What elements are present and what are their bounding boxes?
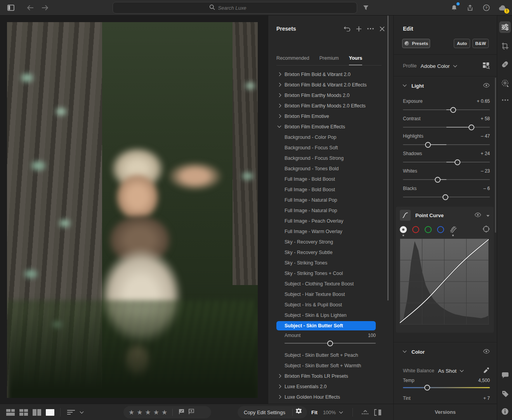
preset-group[interactable]: Brixton Film Earthy Moods 2.0 Effects: [268, 100, 389, 111]
star-2[interactable]: ★: [135, 409, 144, 416]
info-button[interactable]: [499, 406, 511, 417]
chevron-right-icon[interactable]: [278, 395, 281, 399]
preset-group[interactable]: Brixton Film Bold & Vibrant 2.0 Effects: [268, 80, 389, 90]
search-field[interactable]: [218, 5, 261, 11]
edit-tool-button[interactable]: [499, 21, 511, 33]
preset-item[interactable]: Subject - Iris & Pupil Boost: [268, 299, 389, 310]
undo-icon[interactable]: [343, 24, 351, 33]
light-section-header[interactable]: Light: [403, 82, 490, 89]
temp-track[interactable]: [403, 387, 490, 388]
profile-caret-icon[interactable]: [453, 64, 457, 68]
square-grid-view-button[interactable]: [19, 409, 28, 416]
preset-item[interactable]: Full Image - Peach Overlay: [268, 216, 389, 226]
channel-all-button[interactable]: [400, 226, 407, 233]
curve-visibility-icon[interactable]: [474, 212, 481, 219]
preset-item[interactable]: Background - Color Pop: [268, 132, 389, 142]
sort-caret-icon[interactable]: [80, 410, 84, 414]
add-preset-icon[interactable]: [354, 24, 363, 33]
bw-button[interactable]: B&W: [472, 39, 489, 48]
zoom-value[interactable]: 100%: [323, 410, 336, 415]
eyedropper-icon[interactable]: [483, 367, 490, 375]
chevron-right-icon[interactable]: [278, 93, 281, 97]
preset-item[interactable]: Full Image - Natural Pop: [268, 205, 389, 216]
star-4[interactable]: ★: [152, 409, 160, 416]
preset-item[interactable]: Full Image - Bold Boost: [268, 174, 389, 184]
preset-group[interactable]: Brixton Film Earthy Moods 2.0: [268, 90, 389, 100]
collapse-icon[interactable]: [403, 84, 408, 88]
channel-blue-button[interactable]: [437, 226, 444, 233]
zoom-caret-icon[interactable]: [339, 410, 343, 414]
close-icon[interactable]: [378, 24, 386, 33]
chevron-right-icon[interactable]: [278, 83, 281, 87]
preset-item[interactable]: Sky - Striking Tones: [268, 258, 389, 268]
flag-pick-button[interactable]: [177, 409, 186, 416]
chevron-right-icon[interactable]: [278, 104, 281, 108]
shadows-slider[interactable]: [403, 159, 490, 165]
cloud-sync-icon[interactable]: !: [498, 3, 507, 12]
photo[interactable]: [7, 22, 258, 398]
photo-grid-view-button[interactable]: [6, 409, 15, 416]
masking-tool-button[interactable]: [499, 77, 511, 89]
channel-green-button[interactable]: [425, 226, 432, 233]
preset-group[interactable]: Brixton Film Bold & Vibrant 2.0: [268, 69, 389, 80]
chevron-right-icon[interactable]: [278, 374, 281, 378]
sidebar-toggle-icon[interactable]: [6, 3, 16, 12]
preset-item[interactable]: Background - Focus Strong: [268, 153, 389, 163]
preset-item[interactable]: Subject - Skin & Lips Lighten: [268, 310, 389, 320]
preset-item[interactable]: Subject - Skin Butter Soft: [268, 320, 389, 331]
help-icon[interactable]: ?: [482, 3, 491, 12]
preset-item[interactable]: Background - Focus Soft: [268, 142, 389, 153]
collapse-icon[interactable]: [403, 350, 408, 354]
whites-slider[interactable]: [403, 177, 490, 182]
preset-item[interactable]: Full Image - Natural Pop: [268, 195, 389, 205]
presets-scrollbar[interactable]: [387, 16, 389, 301]
detail-view-button[interactable]: [46, 409, 54, 416]
highlights-slider[interactable]: [403, 142, 490, 147]
filter-icon[interactable]: [361, 3, 370, 12]
color-visibility-icon[interactable]: [483, 348, 490, 355]
preset-group[interactable]: Brixton Film Tools LR Presets: [268, 371, 389, 381]
amount-slider[interactable]: [285, 340, 376, 346]
chevron-right-icon[interactable]: [278, 73, 281, 76]
preset-group[interactable]: Luxe Essentials 2.0: [268, 381, 389, 392]
curve-icon[interactable]: [400, 210, 411, 221]
contrast-slider[interactable]: [403, 124, 490, 130]
keywords-button[interactable]: [499, 388, 511, 399]
curve-collapse-caret-icon[interactable]: [486, 212, 490, 219]
star-5[interactable]: ★: [160, 409, 168, 416]
channel-parametric-button[interactable]: [450, 226, 456, 233]
tab-premium[interactable]: Premium: [319, 55, 339, 66]
crop-tool-button[interactable]: [499, 40, 511, 52]
more-options-icon[interactable]: [366, 24, 375, 33]
preset-item[interactable]: Subject - Skin Butter Soft + Peach: [268, 350, 389, 360]
tab-recommended[interactable]: Recommended: [276, 55, 309, 66]
presets-toggle-button[interactable]: Presets: [402, 39, 430, 48]
flag-reject-button[interactable]: [186, 409, 198, 416]
preset-item[interactable]: Sky - Recovery Strong: [268, 237, 389, 247]
preset-item[interactable]: Subject - Skin Butter Soft + Warmth: [268, 360, 389, 371]
chevron-right-icon[interactable]: [278, 114, 281, 118]
filmstrip-toggle-button[interactable]: [361, 404, 370, 420]
white-balance-value[interactable]: As Shot: [438, 368, 456, 374]
preset-item[interactable]: Full Image - Warm Overlay: [268, 226, 389, 237]
preset-group[interactable]: Luxe Golden Hour Effects: [268, 392, 389, 402]
notifications-icon[interactable]: [450, 3, 459, 12]
profile-value[interactable]: Adobe Color: [420, 63, 450, 69]
edit-scrollbar[interactable]: [495, 78, 496, 233]
share-icon[interactable]: [465, 3, 475, 12]
slider-knob[interactable]: [450, 107, 456, 113]
preset-item[interactable]: Sky - Recovery Subtle: [268, 247, 389, 258]
comments-button[interactable]: [499, 369, 511, 381]
profile-browser-icon[interactable]: [482, 62, 490, 71]
slider-knob[interactable]: [469, 124, 474, 130]
slider-knob[interactable]: [425, 142, 431, 148]
preset-item[interactable]: Full Image - Bold Boost: [268, 184, 389, 195]
tone-curve-plot[interactable]: [400, 239, 489, 325]
slider-knob[interactable]: [455, 159, 460, 165]
targeted-adjustment-icon[interactable]: [482, 225, 490, 234]
temp-knob[interactable]: [424, 385, 430, 391]
white-balance-caret-icon[interactable]: [460, 369, 464, 373]
search-input[interactable]: [113, 2, 357, 14]
preset-item[interactable]: Subject - Hair Texture Boost: [268, 289, 389, 299]
tab-yours[interactable]: Yours: [349, 55, 363, 66]
